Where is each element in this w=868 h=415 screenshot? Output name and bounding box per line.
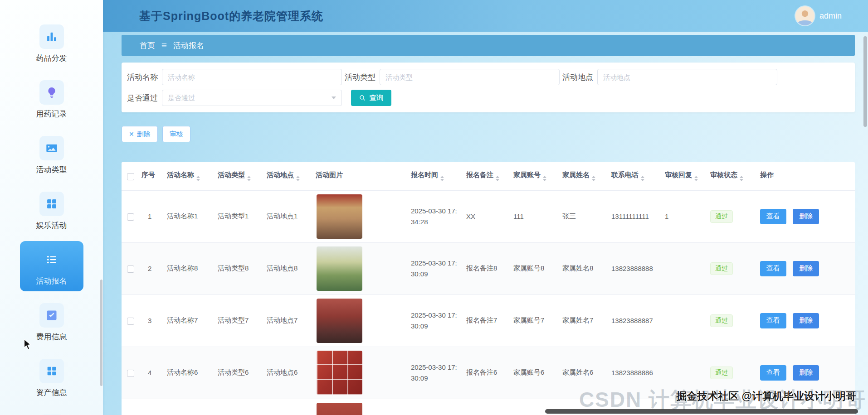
sort-carets-icon[interactable]	[694, 176, 698, 181]
table-row: 2 活动名称8 活动类型8 活动地点8 2025-03-30 17:30:09 …	[122, 242, 855, 294]
list-icon	[39, 247, 64, 272]
cell-family-account: 家属账号6	[513, 347, 562, 399]
sidebar-item[interactable]: 娱乐活动	[20, 185, 83, 236]
search-icon	[359, 94, 366, 101]
cell-operations: 查看 删除	[760, 242, 855, 294]
mouse-cursor-icon	[24, 339, 32, 352]
cell-review-reply	[665, 294, 710, 347]
cell-signup-note	[466, 399, 513, 415]
horizontal-scrollbar-thumb[interactable]	[545, 409, 858, 414]
activity-photo	[317, 194, 362, 239]
row-checkbox[interactable]	[127, 318, 134, 325]
cell-review-status: 通过	[710, 347, 760, 399]
sort-carets-icon[interactable]	[196, 176, 200, 181]
row-delete-button[interactable]: 删除	[793, 365, 819, 381]
sidebar: 药品分发 用药记录 活动类型 娱乐活动 活动报名	[0, 0, 103, 415]
cell-activity-name: 活动名称7	[167, 294, 218, 347]
sort-carets-icon[interactable]	[543, 176, 546, 181]
review-button[interactable]: 审核	[162, 126, 190, 142]
sidebar-item[interactable]: 用药记录	[20, 74, 83, 124]
column-header[interactable]: 联系电话	[611, 162, 665, 190]
row-checkbox[interactable]	[127, 213, 134, 221]
sort-carets-icon[interactable]	[740, 176, 743, 181]
filter-input[interactable]	[162, 69, 342, 85]
row-delete-button[interactable]: 删除	[793, 209, 819, 224]
column-header[interactable]: 操作	[760, 162, 855, 190]
activity-photo	[317, 351, 362, 395]
column-header[interactable]: 家属姓名	[562, 162, 611, 190]
sidebar-item[interactable]: 药品分发	[20, 18, 83, 68]
sort-carets-icon[interactable]	[247, 176, 251, 181]
filter-input[interactable]	[597, 69, 777, 85]
sidebar-item-label: 费用信息	[36, 332, 67, 341]
user-menu[interactable]: admin	[795, 6, 842, 25]
column-header[interactable]: 活动图片	[316, 162, 411, 190]
cell-activity-place: 活动地点6	[267, 347, 316, 399]
view-button[interactable]: 查看	[760, 209, 786, 224]
row-delete-button[interactable]: 删除	[793, 261, 819, 276]
picture-icon	[39, 136, 64, 160]
filter-label: 活动名称	[127, 72, 158, 82]
username: admin	[819, 11, 842, 21]
cell-phone: 13823888888	[611, 242, 665, 294]
search-button[interactable]: 查询	[351, 90, 391, 106]
view-button[interactable]: 查看	[760, 261, 786, 276]
breadcrumb-current: 活动报名	[173, 40, 204, 51]
column-header[interactable]: 审核状态	[710, 162, 760, 190]
cell-activity-name: 活动名称6	[167, 347, 218, 399]
column-header[interactable]: 报名备注	[466, 162, 513, 190]
cell-operations: 查看 删除	[760, 190, 855, 242]
image-check-icon	[39, 303, 64, 328]
main-area: 基于SpringBoot的养老院管理系统 admin 首页 活动报名	[103, 0, 868, 415]
column-header[interactable]: 活动名称	[167, 162, 218, 190]
row-checkbox[interactable]	[127, 265, 134, 273]
row-delete-button[interactable]: 删除	[793, 313, 819, 328]
pass-status-select[interactable]: 是否通过	[162, 90, 342, 106]
view-button[interactable]: 查看	[760, 313, 786, 328]
row-select-cell	[122, 294, 141, 347]
column-header[interactable]: 审核回复	[665, 162, 710, 190]
sidebar-item[interactable]: 活动类型	[20, 130, 83, 180]
cell-phone: 13111111111	[611, 190, 665, 242]
sort-carets-icon[interactable]	[641, 176, 644, 181]
breadcrumb-separator-icon	[161, 42, 168, 49]
column-header[interactable]: 序号	[141, 162, 167, 190]
column-header[interactable]: 活动地点	[267, 162, 316, 190]
cell-signup-time: 2025-03-30 17:30:09	[411, 242, 466, 294]
cell-activity-photo	[316, 190, 411, 242]
filter-field: 活动名称	[127, 69, 342, 85]
sort-carets-icon[interactable]	[592, 176, 595, 181]
table-row: 1 活动名称1 活动类型1 活动地点1 2025-03-30 17:34:28 …	[122, 190, 855, 242]
cell-activity-type: 活动类型8	[218, 242, 267, 294]
cell-activity-place	[267, 399, 316, 415]
select-all-checkbox[interactable]	[127, 173, 134, 180]
sort-carets-icon[interactable]	[296, 176, 300, 181]
sidebar-item-label: 用药记录	[36, 109, 67, 118]
search-filter-card: 活动名称 活动类型 活动地点	[122, 63, 855, 112]
filter-input[interactable]	[380, 69, 560, 85]
sidebar-item[interactable]: 资产信息	[20, 352, 83, 403]
sidebar-scrollbar-thumb[interactable]	[100, 280, 102, 386]
sidebar-item[interactable]	[20, 408, 83, 415]
sort-carets-icon[interactable]	[496, 176, 499, 181]
filter-label: 活动地点	[562, 72, 593, 82]
cell-phone: 13823888886	[611, 347, 665, 399]
filter-field: 活动地点	[562, 69, 777, 85]
column-header[interactable]: 家属账号	[513, 162, 562, 190]
sort-carets-icon[interactable]	[440, 176, 444, 181]
vertical-scrollbar-thumb[interactable]	[863, 36, 867, 127]
app-title: 基于SpringBoot的养老院管理系统	[139, 9, 323, 24]
breadcrumb-home[interactable]: 首页	[140, 40, 155, 51]
view-button[interactable]: 查看	[760, 365, 786, 381]
column-header[interactable]: 活动类型	[218, 162, 267, 190]
row-checkbox[interactable]	[127, 370, 134, 377]
column-header[interactable]: 报名时间	[411, 162, 466, 190]
filter-field: 活动类型	[345, 69, 560, 85]
filter-field: 是否通过 是否通过	[127, 90, 342, 106]
cell-family-account: 家属账号7	[513, 294, 562, 347]
delete-button[interactable]: ✕ 删除	[122, 126, 158, 142]
cell-signup-time	[411, 399, 466, 415]
sidebar-item-label: 药品分发	[36, 53, 67, 62]
sidebar-item[interactable]: 活动报名	[20, 241, 83, 291]
user-avatar-icon	[795, 6, 814, 25]
